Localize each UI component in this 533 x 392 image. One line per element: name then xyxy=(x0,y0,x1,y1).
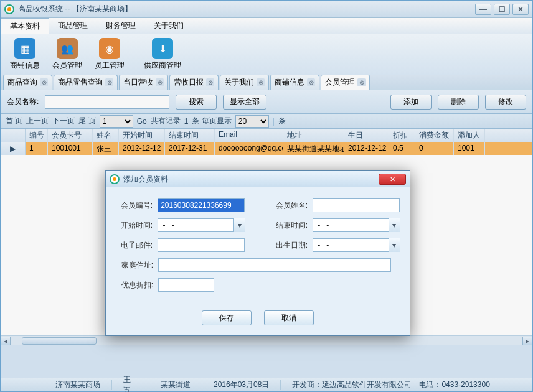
discount-input[interactable] xyxy=(158,278,214,292)
member-name-label: 会员姓名: xyxy=(271,200,308,211)
dialog-close-button[interactable]: ✕ xyxy=(379,174,406,185)
dropdown-icon[interactable]: ▾ xyxy=(389,238,400,252)
email-label: 电子邮件: xyxy=(116,240,153,251)
birthday-label: 出生日期: xyxy=(271,240,308,251)
address-label: 家庭住址: xyxy=(116,260,153,271)
dropdown-icon[interactable]: ▾ xyxy=(389,218,400,232)
birthday-input[interactable] xyxy=(313,238,400,252)
member-name-input[interactable] xyxy=(313,198,400,212)
dialog-logo-icon xyxy=(110,174,120,184)
dialog-title: 添加会员资料 xyxy=(123,174,375,185)
end-date-label: 结束时间: xyxy=(271,220,308,231)
save-button[interactable]: 保存 xyxy=(202,310,252,325)
discount-label: 优惠折扣: xyxy=(116,280,153,291)
member-id-label: 会员编号: xyxy=(116,200,153,211)
start-date-input[interactable] xyxy=(158,218,245,232)
email-input[interactable] xyxy=(158,238,245,252)
member-id-input[interactable] xyxy=(158,198,245,212)
dialog-titlebar: 添加会员资料 ✕ xyxy=(106,171,410,187)
dropdown-icon[interactable]: ▾ xyxy=(233,218,245,232)
end-date-input[interactable] xyxy=(313,218,400,232)
add-member-dialog: 添加会员资料 ✕ 会员编号: 会员姓名: 开始时间: ▾ 结束时间: ▾ 电子邮… xyxy=(105,170,410,336)
start-date-label: 开始时间: xyxy=(116,220,153,231)
app-window: 高品收银系统 -- 【济南某某商场】 — ☐ ✕ 基本资料 商品管理 财务管理 … xyxy=(0,0,533,392)
cancel-button[interactable]: 取消 xyxy=(264,310,314,325)
address-input[interactable] xyxy=(158,258,391,272)
